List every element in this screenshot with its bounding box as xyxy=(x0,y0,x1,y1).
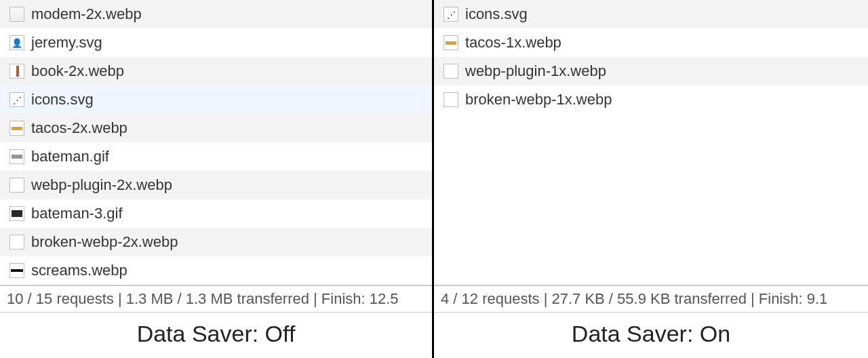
file-thumbnail-icon xyxy=(9,206,24,221)
file-name: broken-webp-2x.webp xyxy=(31,233,178,251)
file-thumbnail-icon xyxy=(9,121,24,136)
file-list-on: icons.svgtacos-1x.webpwebp-plugin-1x.web… xyxy=(434,0,868,285)
file-name: icons.svg xyxy=(31,91,94,108)
file-thumbnail-icon xyxy=(9,263,24,278)
file-thumbnail-icon xyxy=(443,35,458,50)
caption-off: Data Saver: Off xyxy=(0,313,432,358)
file-thumbnail-icon xyxy=(443,92,458,107)
file-thumbnail-icon xyxy=(9,64,24,79)
file-thumbnail-icon xyxy=(9,235,24,250)
file-name: webp-plugin-2x.webp xyxy=(31,176,172,194)
file-row[interactable]: jeremy.svg xyxy=(0,28,432,57)
file-name: bateman-3.gif xyxy=(31,205,123,222)
file-row[interactable]: broken-webp-1x.webp xyxy=(434,85,868,114)
file-name: webp-plugin-1x.webp xyxy=(465,62,606,80)
file-row[interactable]: tacos-2x.webp xyxy=(0,114,432,142)
file-row[interactable]: icons.svg xyxy=(434,0,868,28)
file-name: tacos-2x.webp xyxy=(31,119,127,137)
file-name: icons.svg xyxy=(465,5,528,23)
file-row[interactable]: book-2x.webp xyxy=(0,57,432,85)
file-name: book-2x.webp xyxy=(31,62,124,80)
file-name: tacos-1x.webp xyxy=(465,34,561,52)
file-thumbnail-icon xyxy=(9,35,24,50)
file-row[interactable]: modem-2x.webp xyxy=(0,0,432,28)
file-row[interactable]: bateman.gif xyxy=(0,142,432,171)
file-name: jeremy.svg xyxy=(31,34,102,52)
file-row[interactable]: screams.webp xyxy=(0,256,432,285)
pane-on: icons.svgtacos-1x.webpwebp-plugin-1x.web… xyxy=(434,0,868,358)
file-row[interactable]: webp-plugin-1x.webp xyxy=(434,57,868,85)
file-thumbnail-icon xyxy=(9,92,24,107)
file-name: bateman.gif xyxy=(31,148,109,165)
file-thumbnail-icon xyxy=(9,149,24,164)
caption-on: Data Saver: On xyxy=(434,313,868,358)
status-bar-off: 10 / 15 requests | 1.3 MB / 1.3 MB trans… xyxy=(0,285,432,313)
file-thumbnail-icon xyxy=(9,7,24,22)
file-row[interactable]: tacos-1x.webp xyxy=(434,28,868,57)
file-row[interactable]: bateman-3.gif xyxy=(0,199,432,228)
file-thumbnail-icon xyxy=(443,7,458,22)
file-name: screams.webp xyxy=(31,262,127,279)
pane-off: modem-2x.webpjeremy.svgbook-2x.webpicons… xyxy=(0,0,434,358)
file-row[interactable]: icons.svg xyxy=(0,85,432,114)
file-name: modem-2x.webp xyxy=(31,5,142,23)
file-thumbnail-icon xyxy=(443,64,458,79)
status-bar-on: 4 / 12 requests | 27.7 KB / 55.9 KB tran… xyxy=(434,285,868,313)
file-row[interactable]: webp-plugin-2x.webp xyxy=(0,171,432,199)
file-name: broken-webp-1x.webp xyxy=(465,91,612,108)
file-thumbnail-icon xyxy=(9,178,24,193)
file-list-off: modem-2x.webpjeremy.svgbook-2x.webpicons… xyxy=(0,0,432,285)
file-row[interactable]: broken-webp-2x.webp xyxy=(0,228,432,256)
